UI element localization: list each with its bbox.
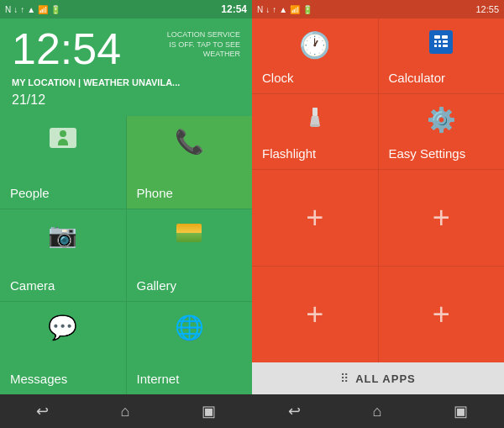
all-apps-grid-icon: ⠿ xyxy=(340,372,349,385)
app-cell-calculator[interactable]: Calculator xyxy=(379,18,505,93)
right-status-bar: N ↓ ↑ ▲ 📶 🔋 12:55 xyxy=(252,0,504,18)
all-apps-label: ALL APPS xyxy=(355,373,416,385)
right-nav-bar: ↩ ⌂ ▣ xyxy=(252,394,504,428)
recent-button-left[interactable]: ▣ xyxy=(202,402,216,420)
messages-icon: 💬 xyxy=(48,314,77,341)
all-apps-bar[interactable]: ⠿ ALL APPS xyxy=(252,362,504,394)
app-cell-gallery[interactable]: Gallery xyxy=(127,209,253,302)
camera-label: Camera xyxy=(10,278,55,293)
phone-icon: 📞 xyxy=(175,128,204,156)
internet-icon: 🌐 xyxy=(175,314,204,341)
svg-rect-4 xyxy=(438,40,441,43)
clock-icon: 🕐 xyxy=(299,30,330,60)
app-cell-phone[interactable]: 📞 Phone xyxy=(127,116,253,209)
right-phone: N ↓ ↑ ▲ 📶 🔋 12:55 🕐 Clock xyxy=(252,0,504,428)
app-cell-add-3[interactable]: + xyxy=(252,267,378,362)
app-cell-easy-settings[interactable]: ⚙️ Easy Settings xyxy=(379,94,505,169)
svg-rect-3 xyxy=(434,45,437,47)
left-app-grid: People 📞 Phone 📷 Camera Gallery 💬 xyxy=(0,116,252,394)
svg-rect-1 xyxy=(442,35,448,39)
left-clock-status: 12:54 xyxy=(221,3,247,15)
easy-settings-icon: ⚙️ xyxy=(427,106,456,134)
app-cell-flashlight[interactable]: Flashlight xyxy=(252,94,378,169)
my-location-text: MY LOCATION | WEATHER UNAVILA... xyxy=(12,77,240,87)
add-icon-4: + xyxy=(433,297,450,332)
right-status-icons: N ↓ ↑ ▲ 📶 🔋 xyxy=(257,5,312,14)
right-clock-status: 12:55 xyxy=(475,4,499,14)
people-label: People xyxy=(10,186,50,200)
gallery-icon xyxy=(176,221,202,248)
flashlight-label: Flashlight xyxy=(262,146,316,161)
home-button-left[interactable]: ⌂ xyxy=(121,403,130,420)
add-icon-2: + xyxy=(433,200,450,235)
add-icon-3: + xyxy=(306,297,323,332)
app-cell-add-1[interactable]: + xyxy=(252,170,378,266)
app-cell-add-2[interactable]: + xyxy=(379,170,505,266)
add-icon-1: + xyxy=(306,200,323,235)
left-phone: N ↓ ↑ ▲ 📶 🔋 12:54 12:54 LOCATION SERVICE… xyxy=(0,0,252,428)
svg-rect-2 xyxy=(434,40,437,43)
flashlight-icon xyxy=(303,106,327,135)
svg-rect-10 xyxy=(311,124,319,127)
people-icon-area xyxy=(50,128,76,148)
recent-button-right[interactable]: ▣ xyxy=(454,402,468,420)
home-button-right[interactable]: ⌂ xyxy=(373,403,382,420)
big-clock: 12:54 xyxy=(12,27,121,71)
svg-rect-5 xyxy=(438,45,441,47)
app-cell-people[interactable]: People xyxy=(0,116,126,209)
app-cell-clock[interactable]: 🕐 Clock xyxy=(252,18,378,93)
svg-rect-6 xyxy=(443,40,448,43)
svg-rect-8 xyxy=(312,108,318,116)
location-service-line3: WEATHER xyxy=(167,50,240,60)
app-cell-internet[interactable]: 🌐 Internet xyxy=(127,302,253,394)
clock-label: Clock xyxy=(262,71,294,85)
location-service-line1: LOCATION SERVICE xyxy=(167,30,240,40)
left-status-bar: N ↓ ↑ ▲ 📶 🔋 12:54 xyxy=(0,0,252,18)
app-cell-add-4[interactable]: + xyxy=(379,267,505,362)
calculator-icon xyxy=(429,30,453,54)
date-display: 21/12 xyxy=(0,92,252,108)
phone-label: Phone xyxy=(137,186,173,200)
left-nav-bar: ↩ ⌂ ▣ xyxy=(0,394,252,428)
calculator-label: Calculator xyxy=(389,71,446,85)
back-button-right[interactable]: ↩ xyxy=(288,402,301,420)
people-icon xyxy=(50,128,76,148)
internet-label: Internet xyxy=(137,372,180,386)
right-app-grid: 🕐 Clock xyxy=(252,18,504,362)
app-cell-camera[interactable]: 📷 Camera xyxy=(0,209,126,302)
gallery-label: Gallery xyxy=(137,278,177,293)
svg-rect-0 xyxy=(434,35,440,39)
location-service-line2: IS OFF. TAP TO SEE xyxy=(167,40,240,50)
app-cell-messages[interactable]: 💬 Messages xyxy=(0,302,126,394)
easy-settings-label: Easy Settings xyxy=(389,146,466,161)
left-status-icons: N ↓ ↑ ▲ 📶 🔋 xyxy=(5,5,60,14)
back-button-left[interactable]: ↩ xyxy=(36,402,49,420)
messages-label: Messages xyxy=(10,372,67,386)
svg-rect-7 xyxy=(443,45,448,47)
camera-icon: 📷 xyxy=(48,221,77,249)
clock-area: 12:54 LOCATION SERVICE IS OFF. TAP TO SE… xyxy=(0,18,252,89)
